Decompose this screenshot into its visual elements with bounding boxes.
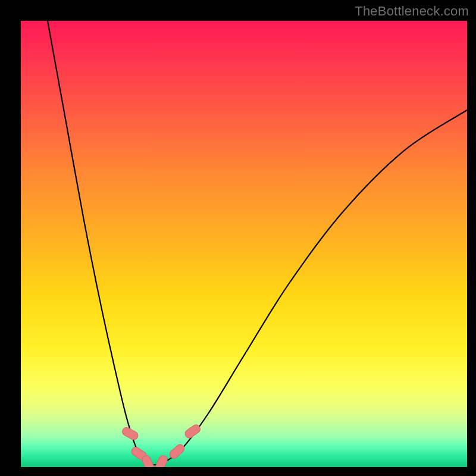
bottleneck-curve xyxy=(48,21,467,465)
curve-marker xyxy=(154,454,169,467)
curve-marker xyxy=(183,423,202,440)
plot-area xyxy=(21,21,467,467)
chart-frame: TheBottleneck.com xyxy=(0,0,476,476)
curve-markers xyxy=(121,423,202,467)
watermark-text: TheBottleneck.com xyxy=(355,4,469,19)
curve-marker xyxy=(168,443,186,460)
curve-svg xyxy=(21,21,467,467)
